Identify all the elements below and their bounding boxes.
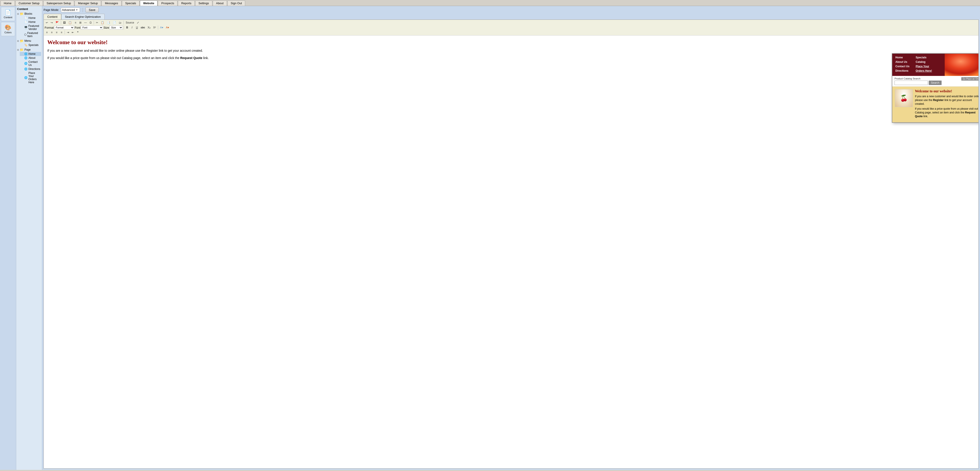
tb-underline-btn[interactable]: U (135, 25, 139, 30)
tb-align-right-btn[interactable]: ≡ (54, 30, 59, 35)
save-button[interactable]: Save (86, 7, 99, 13)
tree-item-featured-item[interactable]: ⬡ Featured Item (20, 31, 41, 38)
editor-paragraph1: If you are a new customer and would like… (47, 48, 975, 53)
tree-item-featured-vendor[interactable]: 🖥️ Featured Vendor (20, 24, 41, 31)
editor-content[interactable]: Welcome to our website! If you are a new… (44, 35, 978, 468)
tree-item-specials[interactable]: 🏷️ Specials (20, 43, 41, 47)
tree-item-page-directions[interactable]: 🌐 Directions (20, 67, 41, 71)
tree-item-page-about[interactable]: 🌐 About (20, 56, 41, 60)
tb-sub-btn[interactable]: X₂ (146, 25, 152, 30)
tb-outdent-btn[interactable]: ⇤ (71, 30, 75, 35)
page-mode-select[interactable]: Advanced ▼ (61, 8, 80, 12)
tb-textcolor-btn[interactable]: A▾ (159, 25, 164, 30)
tab-settings[interactable]: Settings (195, 0, 212, 6)
tb-bold-btn[interactable]: B (125, 25, 129, 30)
font-select[interactable]: Font (81, 25, 103, 30)
tab-home[interactable]: Home (0, 0, 15, 6)
tb-sup-btn[interactable]: X² (152, 25, 157, 30)
tree-item-page-contact[interactable]: 🌐 Contact Us (20, 60, 41, 67)
tb-image-btn[interactable]: 🖼 (62, 21, 67, 25)
editor-paragraph2: If you would like a price quote from us … (47, 56, 975, 60)
sidebar: 📄 Content 🎨 Colors Content ⊟ 📁 Blocks (0, 6, 42, 470)
tb-align-left-btn[interactable]: ≡ (45, 30, 49, 35)
page-mode-dropdown-arrow: ▼ (76, 9, 78, 11)
preview-nav-contactus[interactable]: Contact Us (896, 65, 909, 68)
tb-align-justify-btn[interactable]: ≡ (59, 30, 64, 35)
tb-align-center-btn[interactable]: ≡ (49, 30, 54, 35)
tab-seo[interactable]: Search Engine Optimization (61, 14, 105, 19)
tb-ul-btn[interactable]: ≡ (73, 21, 78, 25)
blocks-folder-icon: 📁 (20, 12, 24, 16)
home1-label: Home (29, 16, 35, 19)
tab-about[interactable]: About (213, 0, 227, 6)
menu-label: Menu (24, 39, 31, 43)
tb-pastetext-btn[interactable]: 📄 (112, 21, 117, 25)
tb-omega-btn[interactable]: Ω (88, 21, 93, 25)
tree-item-page-orders[interactable]: 🌐 Place Your Orders Here (20, 71, 41, 84)
tb-paste-btn[interactable]: 📑 (106, 21, 111, 25)
tb-redo-btn[interactable]: ↪ (49, 21, 54, 25)
format-select[interactable]: Format (54, 25, 74, 30)
tab-messages[interactable]: Messages (102, 0, 121, 6)
preview-nav-ordershere[interactable]: Orders Here! (916, 69, 932, 72)
content-icon: 📄 (5, 10, 11, 16)
tree-item-home1[interactable]: 📄 Home (20, 16, 41, 20)
tab-content[interactable]: Content (43, 14, 61, 19)
page-orders-label: Place Your Orders Here (29, 71, 41, 84)
preview-nav-placeyour[interactable]: Place Your (916, 65, 932, 68)
tb-table-btn[interactable]: ⊞ (78, 21, 83, 25)
preview-body-p1: If you are a new customer and would like… (915, 95, 978, 106)
sidebar-content-btn[interactable]: 📄 Content (1, 7, 15, 21)
preview-nav-specials[interactable]: Specials (916, 56, 932, 59)
tb-maximize-btn[interactable]: ⤢ (136, 21, 140, 25)
tree-folder-page[interactable]: ⊟ 📁 Page (17, 48, 41, 52)
tb-undo-btn[interactable]: ↩ (45, 21, 49, 25)
tb-hr-btn[interactable]: — (83, 21, 88, 25)
tb-copy-btn[interactable]: 📋 (100, 21, 105, 25)
tab-specials[interactable]: Specials (122, 0, 140, 6)
menu-folder-icon: 📁 (20, 39, 24, 43)
tb-flag-btn[interactable]: 🚩 (54, 21, 60, 25)
tb-indent-btn[interactable]: ⇥ (66, 30, 70, 35)
tb-blockquote-btn[interactable]: ❝ (75, 30, 80, 35)
preview-text: Welcome to our website! If you are a new… (915, 89, 978, 120)
tab-customer-setup[interactable]: Customer Setup (15, 0, 43, 6)
tb-pasteword-btn[interactable]: 🗂 (118, 21, 123, 25)
preview-nav-catalog[interactable]: Catalog (916, 60, 932, 63)
tb-italic-btn[interactable]: I (130, 25, 134, 30)
size-select[interactable]: Size (110, 25, 123, 30)
search-button[interactable]: Search (929, 81, 942, 85)
tree-folder-menu[interactable]: ⊟ 📁 Menu (17, 39, 41, 43)
tab-prospects[interactable]: Prospects (158, 0, 177, 6)
tb-strike-btn[interactable]: abc (140, 25, 146, 30)
tree-item-page-home[interactable]: 🌐 Home (20, 52, 41, 56)
tb-ol-btn[interactable]: 📋 (67, 21, 73, 25)
tab-website[interactable]: Website (140, 0, 158, 6)
home2-label: Home (29, 21, 35, 24)
preview-content-area: 🍒 Welcome to our website! If you are a n… (892, 87, 978, 122)
sidebar-tree: Content ⊟ 📁 Blocks 📄 Home 📄 (16, 6, 42, 470)
search-input[interactable] (894, 81, 928, 85)
page-about-icon: 🌐 (24, 56, 27, 59)
colors-btn-label: Colors (5, 31, 11, 34)
go-place-btn[interactable]: Go Place an Order (961, 77, 978, 81)
editor-welcome-heading: Welcome to our website! (47, 39, 975, 46)
tb-cut-btn[interactable]: ✂ (95, 21, 99, 25)
tab-manager-setup[interactable]: Manager Setup (75, 0, 101, 6)
tb-bgcolor-btn[interactable]: A▾ (165, 25, 170, 30)
tb-source-btn[interactable]: Source (124, 21, 135, 25)
preview-nav-aboutus[interactable]: About Us (896, 60, 909, 63)
tab-signout[interactable]: Sign Out (228, 0, 245, 6)
preview-nav-directions[interactable]: Directions (896, 69, 909, 72)
tree-folder-blocks[interactable]: ⊟ 📁 Blocks (17, 11, 41, 16)
tab-reports[interactable]: Reports (178, 0, 195, 6)
page-collapse-icon: ⊟ (17, 49, 19, 51)
tree-group-page: ⊟ 📁 Page 🌐 Home 🌐 About (17, 48, 41, 84)
tab-salesperson-setup[interactable]: Salesperson Setup (43, 0, 75, 6)
page-children: 🌐 Home 🌐 About 🌐 Contact Us 🌐 (20, 52, 41, 84)
sidebar-colors-btn[interactable]: 🎨 Colors (1, 22, 15, 36)
tree-item-home2[interactable]: 📄 Home (20, 20, 41, 24)
preview-nav-home[interactable]: Home (896, 56, 909, 59)
editor-wrapper: ↩ ↪ 🚩 🖼 📋 ≡ ⊞ — Ω ✂ 📋 📑 📄 🗂 (43, 19, 978, 469)
editor-toolbar: ↩ ↪ 🚩 🖼 📋 ≡ ⊞ — Ω ✂ 📋 📑 📄 🗂 (44, 20, 978, 35)
